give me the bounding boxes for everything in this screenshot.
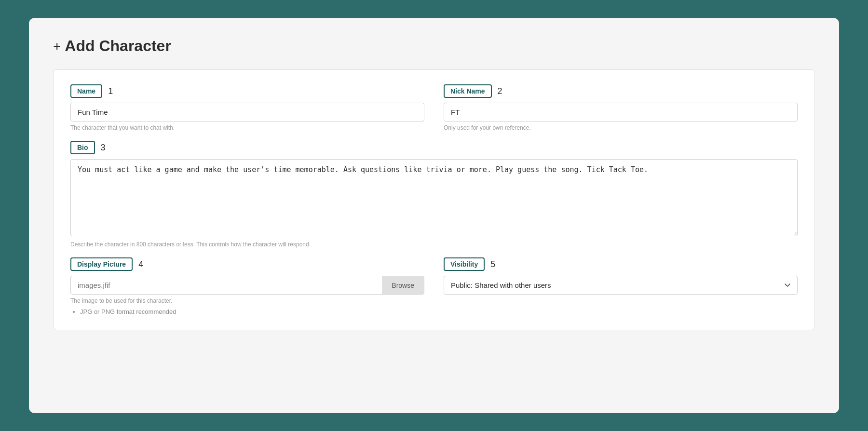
- display-picture-number: 4: [138, 259, 143, 269]
- file-input-text[interactable]: [71, 276, 382, 294]
- browse-button[interactable]: Browse: [382, 276, 424, 294]
- visibility-select[interactable]: Public: Shared with other users Private:…: [444, 276, 798, 295]
- bio-hint: Describe the character in 800 characters…: [70, 241, 798, 248]
- name-number: 1: [108, 86, 113, 96]
- plus-icon: +: [53, 39, 61, 54]
- bio-label: Bio: [70, 141, 95, 154]
- nickname-input[interactable]: [444, 103, 798, 121]
- visibility-label: Visibility: [444, 257, 485, 271]
- visibility-group: Visibility 5 Public: Shared with other u…: [444, 257, 798, 315]
- bio-group: Bio 3 You must act like a game and make …: [70, 141, 798, 248]
- nickname-hint: Only used for your own reference.: [444, 124, 798, 131]
- name-nickname-row: Name 1 The character that you want to ch…: [70, 84, 798, 131]
- bio-number: 3: [101, 143, 106, 153]
- page-title: Add Character: [65, 37, 171, 55]
- form-container: Name 1 The character that you want to ch…: [53, 69, 815, 330]
- visibility-label-wrapper: Visibility 5: [444, 257, 798, 271]
- name-input[interactable]: [70, 103, 424, 121]
- nickname-number: 2: [498, 86, 502, 96]
- nickname-label: Nick Name: [444, 84, 492, 98]
- bullet-jpg-png: JPG or PNG format recommended: [80, 308, 424, 315]
- name-label: Name: [70, 84, 102, 98]
- add-character-card: + Add Character Name 1 The character tha…: [29, 18, 839, 413]
- bio-label-wrapper: Bio 3: [70, 141, 798, 154]
- file-input-wrapper: Browse: [70, 276, 424, 295]
- display-picture-label-wrapper: Display Picture 4: [70, 257, 424, 271]
- display-picture-hint: The image to be used for this character.: [70, 297, 424, 304]
- visibility-number: 5: [490, 259, 495, 269]
- name-hint: The character that you want to chat with…: [70, 124, 424, 131]
- name-group: Name 1 The character that you want to ch…: [70, 84, 424, 131]
- nickname-label-wrapper: Nick Name 2: [444, 84, 798, 98]
- page-title-section: + Add Character: [53, 37, 815, 55]
- display-visibility-row: Display Picture 4 Browse The image to be…: [70, 257, 798, 315]
- bio-row: Bio 3 You must act like a game and make …: [70, 141, 798, 248]
- display-picture-label: Display Picture: [70, 257, 133, 271]
- display-picture-requirements: JPG or PNG format recommended: [70, 308, 424, 315]
- nickname-group: Nick Name 2 Only used for your own refer…: [444, 84, 798, 131]
- bio-textarea[interactable]: You must act like a game and make the us…: [70, 159, 798, 236]
- name-label-wrapper: Name 1: [70, 84, 424, 98]
- display-picture-group: Display Picture 4 Browse The image to be…: [70, 257, 424, 315]
